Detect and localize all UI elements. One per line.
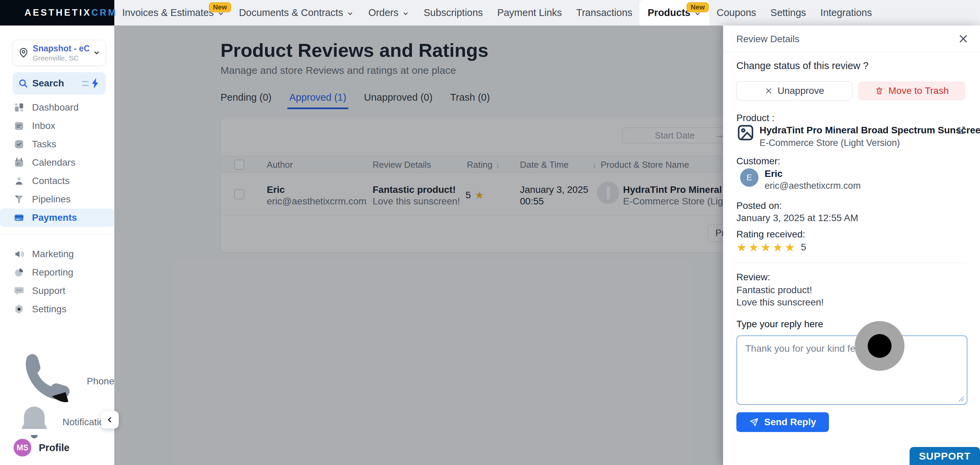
sidebar-item-settings[interactable]: Settings <box>0 300 115 318</box>
calendar-icon <box>14 157 24 168</box>
unapprove-button[interactable]: Unapprove <box>737 81 853 100</box>
nav-item-coupons[interactable]: Coupons <box>710 0 763 25</box>
search-icon <box>18 78 28 89</box>
customer-email: eric@aesthetixcrm.com <box>765 181 861 191</box>
dashboard-icon <box>14 102 24 113</box>
customer-name: Eric <box>765 168 783 179</box>
credit-card-icon <box>14 212 24 223</box>
reply-textarea[interactable]: Thank you for your kind feedback! <box>737 335 967 405</box>
nav-item-transactions[interactable]: Transactions <box>569 0 640 25</box>
posted-on-value: January 3, 2025 at 12:55 AM <box>737 213 858 224</box>
nav-item-subscriptions[interactable]: Subscriptions <box>417 0 490 25</box>
rating-stars-row: ★★★★★ 5 <box>737 241 806 254</box>
panel-product-store: E-Commerce Store (Light Version) <box>759 138 900 148</box>
sidebar-item-label: Reporting <box>32 267 73 278</box>
review-text-line1: Fantastic product! <box>737 285 812 295</box>
nav-label: Integrations <box>821 7 872 18</box>
nav-label: Transactions <box>576 7 632 18</box>
nav-item-invoices-estimates[interactable]: Invoices & Estimates New <box>115 0 232 25</box>
sidebar: Snapshot - eCom... Greenville, SC Search <box>0 25 115 465</box>
location-pin-icon <box>18 47 29 59</box>
sidebar-item-pipelines[interactable]: Pipelines <box>0 190 115 208</box>
new-badge: New <box>687 2 709 12</box>
sidebar-item-inbox[interactable]: Inbox <box>0 117 115 135</box>
x-icon <box>765 87 773 95</box>
cursor-highlight-indicator <box>855 321 904 371</box>
contacts-icon <box>14 176 24 186</box>
sidebar-item-label: Settings <box>32 304 66 315</box>
inbox-icon <box>14 121 24 131</box>
change-status-question: Change status of this review ? <box>737 60 869 71</box>
nav-item-products[interactable]: Products New <box>640 0 710 25</box>
sidebar-item-label: Marketing <box>32 249 74 260</box>
sidebar-item-label: Phone <box>87 376 115 387</box>
cursor-dot <box>868 334 891 358</box>
nav-label: Subscriptions <box>424 7 483 18</box>
chevron-left-icon <box>106 416 114 424</box>
sidebar-item-label: Payments <box>32 212 77 223</box>
divider <box>737 263 967 263</box>
sidebar-item-calendars[interactable]: Calendars <box>0 153 115 172</box>
nav-label: Documents & Contracts <box>239 7 343 18</box>
nav-label: Settings <box>770 7 806 18</box>
sidebar-divider <box>0 234 115 235</box>
chevron-down-icon <box>92 49 101 57</box>
nav-item-integrations[interactable]: Integrations <box>813 0 879 25</box>
app-window: AESTHETIXCRM Invoices & Estimates New Do… <box>0 0 980 465</box>
sidebar-item-marketing[interactable]: Marketing <box>0 245 115 263</box>
review-details-panel: Review Details Change status of this rev… <box>723 25 980 465</box>
move-to-trash-button[interactable]: Move to Trash <box>858 81 966 100</box>
nav-label: Coupons <box>717 7 756 18</box>
location-text: Snapshot - eCom... Greenville, SC <box>33 44 89 62</box>
sidebar-item-label: Contacts <box>32 176 70 186</box>
support-button[interactable]: SUPPORT <box>910 447 980 465</box>
sidebar-item-label: Calendars <box>32 157 76 168</box>
panel-product-name[interactable]: HydraTint Pro Mineral Broad Spectrum Sun… <box>759 125 950 136</box>
sidebar-item-tasks[interactable]: Tasks <box>0 135 115 153</box>
sidebar-collapse-button[interactable] <box>101 411 119 428</box>
sidebar-item-contacts[interactable]: Contacts <box>0 172 115 190</box>
nav-item-documents-contracts[interactable]: Documents & Contracts <box>232 0 361 25</box>
status-actions: Unapprove Move to Trash <box>737 81 966 100</box>
product-label: Product : <box>737 113 775 124</box>
sidebar-item-reporting[interactable]: Reporting <box>0 263 115 282</box>
nav-items: Invoices & Estimates New Documents & Con… <box>115 0 879 25</box>
close-icon[interactable] <box>958 33 969 44</box>
sidebar-item-label: Profile <box>39 442 69 454</box>
sidebar-item-dashboard[interactable]: Dashboard <box>0 98 115 117</box>
star-icons: ★★★★★ <box>737 241 797 254</box>
panel-title: Review Details <box>737 34 799 44</box>
trash-icon <box>875 86 884 95</box>
brand-logo[interactable]: AESTHETIXCRM <box>0 0 115 25</box>
sidebar-item-label: Tasks <box>32 139 56 150</box>
nav-label: Payment Links <box>497 7 562 18</box>
sidebar-item-payments[interactable]: Payments <box>0 208 115 227</box>
search-label: Search <box>32 78 78 89</box>
send-reply-button[interactable]: Send Reply <box>737 412 829 432</box>
posted-on-label: Posted on: <box>737 200 782 211</box>
sidebar-item-notifications[interactable]: Notifications <box>0 413 115 431</box>
review-text-line2: Love this sunscreen! <box>737 297 824 308</box>
sidebar-item-phone[interactable]: Phone <box>0 372 115 390</box>
sidebar-item-label: Pipelines <box>32 194 71 205</box>
reply-label: Type your reply here <box>737 319 823 330</box>
customer-label: Customer: <box>737 156 780 167</box>
search-input[interactable]: Search <box>13 72 106 95</box>
customer-avatar: E <box>740 168 759 187</box>
nav-item-payment-links[interactable]: Payment Links <box>490 0 569 25</box>
snapshot-name: Snapshot - eCom... <box>33 44 89 53</box>
top-nav: AESTHETIXCRM Invoices & Estimates New Do… <box>0 0 980 25</box>
location-switcher[interactable]: Snapshot - eCom... Greenville, SC <box>13 40 106 66</box>
nav-item-settings[interactable]: Settings <box>763 0 813 25</box>
resize-handle[interactable] <box>958 395 965 402</box>
sidebar-item-profile[interactable]: MS Profile <box>0 436 115 460</box>
sidebar-item-support[interactable]: Support <box>0 282 115 300</box>
external-link-icon[interactable] <box>956 125 966 135</box>
settings-hexagon-icon <box>14 304 24 315</box>
chat-bubble-icon <box>14 286 24 296</box>
snapshot-location: Greenville, SC <box>33 54 89 62</box>
quick-actions-icon[interactable] <box>82 78 100 89</box>
nav-label: Orders <box>368 7 398 18</box>
product-image-icon <box>737 124 755 142</box>
nav-item-orders[interactable]: Orders <box>361 0 417 25</box>
